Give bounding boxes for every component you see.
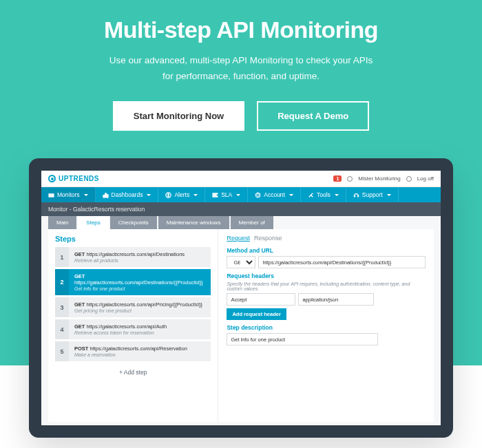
sla-icon (212, 192, 218, 198)
method-url-label: Method and URL (227, 247, 426, 254)
dashboards-icon (103, 192, 109, 198)
chevron-down-icon (387, 194, 391, 196)
request-response-tabs: RequestResponse (227, 235, 426, 242)
svg-rect-11 (168, 195, 169, 196)
step-row[interactable]: 5POST https://galacticresorts.com/api/Re… (55, 341, 211, 361)
svg-rect-12 (213, 193, 218, 193)
hero-subtitle: Use our advanced, multi-step API Monitor… (28, 53, 454, 85)
nav-alerts[interactable]: Alerts (158, 187, 205, 202)
svg-rect-10 (168, 193, 169, 195)
chevron-down-icon (335, 194, 339, 196)
monitors-icon (48, 192, 54, 198)
step-row[interactable]: 4GET https://galacticresorts.com/api/Aut… (55, 319, 211, 339)
request-headers-hint: Specify the headers that your API requir… (227, 281, 426, 291)
tab-member-of[interactable]: Member of (231, 216, 273, 229)
step-number: 4 (55, 319, 69, 339)
user-icon (347, 176, 353, 182)
rr-tab-request[interactable]: Request (227, 235, 250, 242)
step-row[interactable]: 2GET https://galacticresorts.com/api/Des… (55, 269, 211, 295)
tools-icon (308, 192, 314, 198)
username[interactable]: Mister Monitoring (358, 175, 400, 182)
tab-maintenance-windows[interactable]: Maintenance windows (158, 216, 229, 229)
account-icon (255, 192, 261, 198)
chevron-down-icon (84, 194, 88, 196)
svg-rect-2 (52, 193, 54, 195)
nav-account[interactable]: Account (248, 187, 301, 202)
nav-tools[interactable]: Tools (301, 187, 346, 202)
svg-rect-1 (51, 193, 52, 195)
brand-logo[interactable]: UPTRENDS (48, 175, 99, 182)
notification-badge[interactable]: 1 (333, 175, 342, 182)
http-method-select[interactable]: GET (227, 256, 255, 268)
request-demo-button[interactable]: Request A Demo (257, 101, 369, 131)
step-number: 3 (55, 297, 69, 317)
tab-checkpoints[interactable]: Checkpoints (110, 216, 157, 229)
url-input[interactable] (258, 256, 426, 268)
svg-rect-16 (354, 195, 355, 196)
step-number: 2 (55, 269, 69, 295)
svg-rect-13 (213, 194, 216, 195)
logoff-icon (406, 176, 412, 182)
chevron-down-icon (193, 194, 198, 196)
header-value-input[interactable] (298, 293, 374, 306)
support-icon (353, 192, 359, 198)
request-headers-label: Request headers (227, 273, 426, 279)
nav-monitors[interactable]: Monitors (41, 187, 96, 202)
alerts-icon (165, 192, 171, 198)
tab-main[interactable]: Main (48, 216, 76, 229)
step-description-input[interactable] (227, 333, 378, 345)
nav-sla[interactable]: SLA (205, 187, 248, 202)
step-number: 5 (55, 341, 69, 361)
nav-dashboards[interactable]: Dashboards (96, 187, 159, 202)
add-request-header-button[interactable]: Add request header (227, 308, 286, 320)
svg-rect-3 (49, 195, 50, 197)
add-step-button[interactable]: + Add step (55, 363, 211, 381)
chevron-down-icon (236, 194, 240, 196)
step-number: 1 (55, 247, 69, 267)
breadcrumb: Monitor - GalacticResorts reservation (41, 202, 441, 216)
steps-heading: Steps (55, 235, 211, 243)
hero-title: Multi-step API Monitoring (28, 17, 454, 43)
tab-bar: MainStepsCheckpointsMaintenance windowsM… (48, 216, 434, 229)
svg-rect-17 (357, 195, 359, 196)
svg-rect-8 (107, 194, 108, 198)
device-frame: UPTRENDS 1 Mister Monitoring Log off Mon… (29, 158, 453, 438)
rr-tab-response[interactable]: Response (254, 235, 282, 242)
start-monitoring-button[interactable]: Start Monitoring Now (113, 101, 244, 131)
svg-rect-7 (105, 193, 106, 197)
app-screenshot: UPTRENDS 1 Mister Monitoring Log off Mon… (41, 171, 441, 425)
nav-support[interactable]: Support (346, 187, 399, 202)
step-description-label: Step description (227, 324, 426, 331)
header-key-input[interactable] (227, 293, 295, 306)
tab-steps[interactable]: Steps (78, 216, 108, 229)
svg-rect-14 (213, 195, 218, 196)
step-row[interactable]: 3GET https://galacticresorts.com/api/Pri… (55, 297, 211, 317)
svg-rect-5 (52, 195, 54, 197)
step-row[interactable]: 1GET https://galacticresorts.com/api/Des… (55, 247, 211, 267)
main-nav: MonitorsDashboardsAlertsSLAAccountToolsS… (41, 187, 441, 202)
logoff-link[interactable]: Log off (417, 175, 434, 182)
chevron-down-icon (147, 194, 151, 196)
svg-rect-0 (49, 193, 50, 195)
brand-icon (48, 175, 56, 182)
svg-rect-6 (103, 195, 104, 198)
chevron-down-icon (289, 194, 293, 196)
svg-rect-4 (51, 195, 52, 197)
